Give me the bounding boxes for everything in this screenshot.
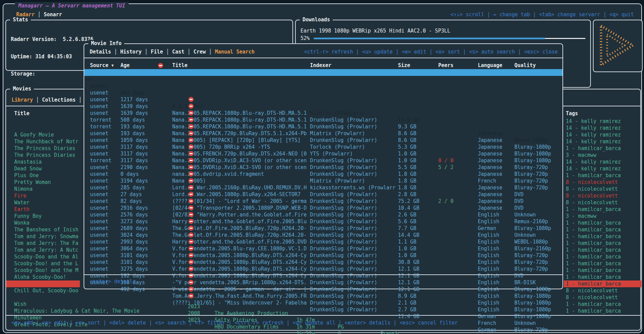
movie-tag[interactable]: 8 - nicolecolvett (564, 186, 642, 192)
search-result-row[interactable]: => usenet 3117 days Nana.2005.DVDRip.Xvi… (84, 130, 562, 137)
uptime-line: Uptime: 31d 04:35:03 (11, 54, 93, 60)
movie-list-item[interactable]: => Funny Boy (6, 199, 80, 206)
search-result-row[interactable]: => usenet 508 days Nana.2005.REPACK.720p… (84, 96, 562, 103)
size-cell: 2.1 GB (398, 299, 416, 306)
movie-list-item[interactable]: => Wonka (6, 206, 80, 213)
search-result-row[interactable]: => torrent 193 days Nana (2005) 720p BRR… (84, 110, 562, 117)
movie-tag[interactable]: 14 - kelly ramirez (564, 118, 642, 125)
movie-tag[interactable]: 1 - hamilcar_barca (564, 253, 642, 260)
movie-list-item[interactable]: => The Banshees of Inish (6, 213, 80, 220)
search-result-row[interactable]: => torrent 2190 days Nana (2005) kickass… (84, 144, 562, 150)
search-result-row[interactable]: => torrent 193 days Nana (2005) [REPACK]… (84, 103, 562, 110)
search-result-row[interactable]: => usenet 3117 days nana.2005.dvdrip.xvi… (84, 137, 562, 144)
tab-manual-search[interactable]: Manual Search (215, 49, 254, 55)
quality-cell: Bluray-1080p (514, 286, 551, 293)
search-result-row[interactable]: => usenet 3064 days V.for.Vendetta.2005.… (84, 225, 562, 232)
movie-tag[interactable]: 1 - hamilcar_barca (564, 233, 642, 240)
search-result-row[interactable]: => usenet 802 days A 5.1-PTer Miatrix (P… (84, 69, 562, 76)
movie-tag[interactable]: 8 - nicolecolvett (564, 179, 642, 186)
movie-list-item[interactable]: => The Princess Diaries (6, 138, 80, 145)
tab-details[interactable]: Details (90, 49, 111, 55)
movie-list-item[interactable]: => A Goofy Movie (6, 118, 80, 125)
movie-list-item[interactable]: => Fire (6, 179, 80, 186)
movie-list-item[interactable]: => Scooby-Doo! Pirates A (6, 267, 80, 274)
movie-tag[interactable]: 1 - hamilcar_barca (564, 220, 642, 226)
movie-tag[interactable]: 1 - hamilcar_barca (564, 280, 642, 287)
search-result-row[interactable]: => usenet 2916 days Harry.Potter.and.the… (84, 184, 562, 191)
movie-tag[interactable]: 1 - hamilcar_barca (564, 274, 642, 280)
movie-list-item[interactable]: => Pretty Woman (6, 165, 80, 172)
movie-tag[interactable]: 1 - hamilcar_barca (564, 226, 642, 233)
movie-tag[interactable]: 14 - kelly ramirez (564, 159, 642, 165)
movie-list-item[interactable]: => Anastasia (6, 145, 80, 152)
search-result-row[interactable]: => usenet 285 days (????) [01/34] - "Lor… (84, 164, 562, 171)
search-result-row[interactable]: => usenet 2576 days The.Goblet.Of.Fire.2… (84, 191, 562, 198)
movie-list-item[interactable]: => Tom and Jerry: A Nutc (6, 233, 80, 240)
search-result-row[interactable]: => usenet 3273 days The.Goblet.Of.Fire.2… (84, 198, 562, 205)
movie-list-item[interactable]: => Nimona (6, 172, 80, 179)
movie-tag[interactable]: 14 - kelly ramirez (564, 138, 642, 145)
movie-tag[interactable]: 8 - nicolecolvett (564, 199, 642, 206)
movie-list-item[interactable]: => Nana (6, 280, 80, 287)
tab-history[interactable]: History (120, 49, 141, 55)
search-result-row[interactable]: => usenet 3101 days V.for.Vendetta.2005.… (84, 232, 562, 238)
search-result-row[interactable]: => usenet 82 days [02/83] "Harry.Potter.… (84, 178, 562, 184)
indexer-cell: DrunkenSlug (Prowlarr) (310, 306, 377, 313)
movie-tag[interactable]: 1 - hamilcar_barca (564, 260, 642, 267)
quality-cell: Bluray-720p (514, 327, 548, 333)
tab-file[interactable]: File (151, 49, 163, 55)
search-result-row[interactable]: => usenet 27 days [02/44] "Transporter 2… (84, 171, 562, 178)
search-result-row[interactable]: => usenet 3024 days V.for.Vendetta.2005.… (84, 211, 562, 218)
movie-list-item[interactable]: => The Hunchback of Notr (6, 125, 80, 131)
tab-collections[interactable]: Collections (42, 97, 75, 103)
movie-tag[interactable]: 1 - hamilcar_barca (564, 206, 642, 213)
movie-list-item[interactable]: => Tom and Jerry: Snowma (6, 220, 80, 226)
movie-tag[interactable]: 14 - kelly ramirez (564, 165, 642, 172)
search-result-row[interactable]: => usenet 2689 days Harry.Potter.and.the… (84, 205, 562, 211)
search-result-row[interactable]: => usenet 0 days Lord.of.War.2005.2160p.… (84, 150, 562, 157)
search-result-row[interactable]: => usenet 1217 days Nana.2005.REPACK.108… (84, 76, 562, 83)
movie-tag[interactable]: 1 - hamilcar_barca (564, 145, 642, 152)
peers-column-header: Peers (438, 62, 453, 68)
tab-cast[interactable]: Cast (172, 49, 184, 55)
movie-list-item[interactable]: => Water (6, 186, 80, 192)
tab-crew[interactable]: Crew (194, 49, 206, 55)
movie-tag[interactable]: 14 - kelly ramirez (564, 125, 642, 131)
movie-tag[interactable]: 14 - kelly ramirez (564, 131, 642, 138)
movie-list-item[interactable]: => Chill Out, Scooby-Doo (6, 274, 80, 280)
movie-list-item[interactable]: => Tom and Jerry: The Fa (6, 226, 80, 233)
movie-tag[interactable]: 3 - macmww (564, 152, 642, 159)
search-result-row[interactable]: => usenet 3117 days Nana.2005.DVDRip.Xvi… (84, 123, 562, 130)
movie-list-item[interactable]: => Scooby-Doo! and the M (6, 253, 80, 260)
search-result-row[interactable]: => usenet 1059 days Nana.2005.FRENCH.720… (84, 117, 562, 123)
movie-tag[interactable]: 1 - hamilcar_barca (564, 267, 642, 274)
search-result-row[interactable]: => usenet 2993 days V.for.Vendetta.2005.… (84, 218, 562, 225)
tab-separator: │ (35, 12, 44, 18)
search-result-row[interactable]: => usenet 192 days V wie Vendetta - 2005… (84, 252, 562, 259)
source-column-header[interactable]: Source▼ (90, 62, 114, 68)
movie-list-item[interactable]: => Scooby-Doo and the Al (6, 240, 80, 247)
movie-tag[interactable]: 3 - macmww (564, 213, 642, 220)
tab-library[interactable]: Library (12, 97, 33, 103)
search-result-row[interactable]: => usenet 1639 days Nana.2005.REPACK.108… (84, 83, 562, 89)
movie-tag[interactable]: 1 - hamilcar_barca (564, 247, 642, 253)
movie-list-item[interactable]: => The Princess Diaries (6, 131, 80, 138)
movie-list-item[interactable]: => Wish (6, 287, 80, 294)
movie-tag[interactable]: 8 - nicolecolvett (564, 192, 642, 199)
movie-tag[interactable]: 1 - hamilcar_barca (564, 172, 642, 179)
search-result-row[interactable]: => usenet 1639 days Nana.2005.REPACK.108… (84, 89, 562, 96)
movie-list-item[interactable]: => Earth (6, 192, 80, 199)
search-result-row[interactable]: => usenet 3194 days Lord.of.War.2005.108… (84, 157, 562, 164)
movie-list-item[interactable]: => Scooby-Doo! and the L (6, 247, 80, 253)
movie-tag[interactable]: 8 - nicolecolvett (564, 287, 642, 294)
movie-list-item[interactable]: => Dead Snow (6, 152, 80, 159)
search-result-row[interactable]: => usenet 3101 days V.for.Vendetta.2005.… (84, 238, 562, 245)
search-result-row[interactable]: => usenet 492 days (????) [01/65] - "Mis… (84, 266, 562, 272)
movie-list-item[interactable]: => Aloha Scooby-Doo! (6, 260, 80, 267)
movie-list-item[interactable]: => Plus One (6, 159, 80, 165)
search-result-row[interactable]: => usenet 398 days Tom.And.Jerry.The.Fas… (84, 259, 562, 266)
language-cell: English (478, 279, 499, 286)
movie-tag[interactable]: 1 - hamilcar_barca (564, 240, 642, 247)
tab-sonarr[interactable]: Sonarr (44, 12, 62, 18)
search-result-row[interactable]: => usenet 3275 days -"V pour vendetta.20… (84, 245, 562, 252)
